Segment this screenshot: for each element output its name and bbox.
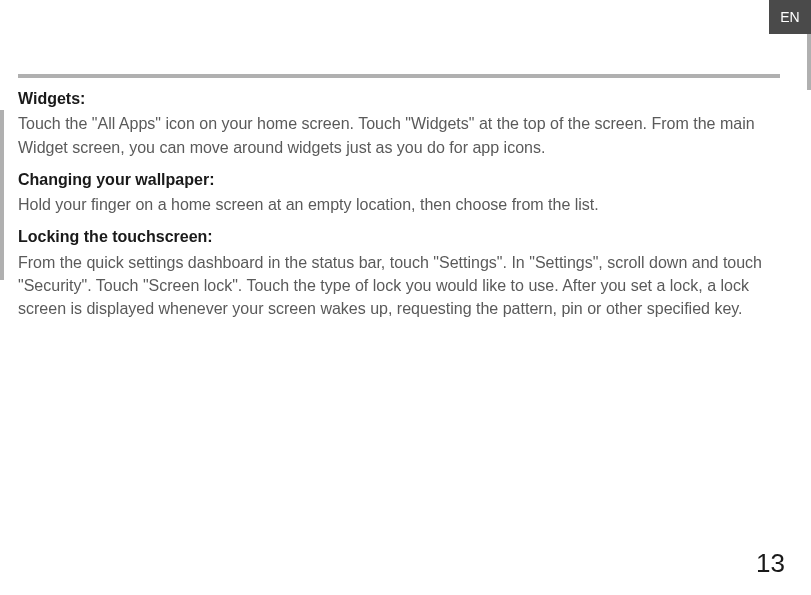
left-side-indicator xyxy=(0,110,4,280)
wallpaper-heading: Changing your wallpaper: xyxy=(18,169,771,191)
page-number: 13 xyxy=(756,548,785,579)
right-side-indicator xyxy=(807,34,811,90)
wallpaper-body: Hold your finger on a home screen at an … xyxy=(18,193,771,216)
locking-heading: Locking the touchscreen: xyxy=(18,226,771,248)
locking-body: From the quick settings dashboard in the… xyxy=(18,251,771,321)
widgets-body: Touch the "All Apps" icon on your home s… xyxy=(18,112,771,158)
language-tab: EN xyxy=(769,0,811,34)
section-divider xyxy=(18,74,780,78)
page-content: Widgets: Touch the "All Apps" icon on yo… xyxy=(18,74,771,330)
widgets-heading: Widgets: xyxy=(18,88,771,110)
